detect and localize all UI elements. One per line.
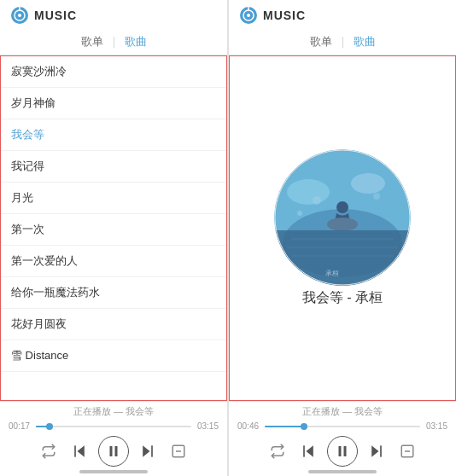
album-art: 承桓 xyxy=(274,149,411,289)
left-home-bar xyxy=(79,470,148,473)
svg-text:承桓: 承桓 xyxy=(325,270,339,277)
left-progress-track[interactable] xyxy=(36,426,191,427)
svg-marker-32 xyxy=(307,445,313,456)
svg-point-19 xyxy=(287,179,330,205)
right-home-indicator xyxy=(229,468,456,474)
left-tab-bar: 歌单 ｜ 歌曲 xyxy=(0,31,227,55)
right-song-title: 我会等 - 承桓 xyxy=(302,289,383,307)
right-album-area: 承桓 我会等 - 承桓 xyxy=(229,55,456,401)
left-progress-container[interactable]: 00:17 03:15 xyxy=(0,421,227,431)
left-prev-button[interactable] xyxy=(67,439,91,463)
svg-rect-5 xyxy=(74,445,76,456)
right-prev-button[interactable] xyxy=(296,439,320,463)
left-progress-thumb xyxy=(46,423,53,430)
svg-rect-7 xyxy=(115,446,118,456)
left-tab-playlist[interactable]: 歌单 xyxy=(76,34,108,49)
svg-rect-9 xyxy=(151,445,153,456)
right-tab-playlist[interactable]: 歌单 xyxy=(305,34,337,49)
right-panel: MUSIC 歌单 ｜ 歌曲 xyxy=(228,0,456,476)
left-now-playing: 正在播放 — 我会等 xyxy=(0,405,227,418)
song-list-item[interactable]: 雪 Distance xyxy=(1,340,226,372)
right-progress-track[interactable] xyxy=(265,426,420,427)
svg-rect-6 xyxy=(110,446,113,456)
song-list-item[interactable]: 花好月圆夜 xyxy=(1,309,226,340)
svg-marker-36 xyxy=(371,445,378,456)
right-home-bar xyxy=(308,470,377,473)
right-progress-fill xyxy=(265,426,304,427)
left-player-bar: 正在播放 — 我会等 00:17 03:15 xyxy=(0,401,227,476)
right-next-button[interactable] xyxy=(365,439,389,463)
left-controls xyxy=(0,434,227,468)
svg-point-27 xyxy=(313,196,321,205)
svg-rect-34 xyxy=(339,446,342,456)
left-play-pause-button[interactable] xyxy=(98,436,129,467)
song-list-item[interactable]: 岁月神偷 xyxy=(1,88,226,119)
right-player-bar: 正在播放 — 我会等 00:46 03:15 xyxy=(229,401,456,476)
svg-rect-33 xyxy=(303,445,305,456)
right-repeat-button[interactable] xyxy=(266,439,289,463)
svg-point-21 xyxy=(336,201,348,213)
svg-marker-4 xyxy=(78,445,85,456)
right-app-name: MUSIC xyxy=(263,9,306,22)
right-top-bar: MUSIC xyxy=(229,0,456,31)
svg-rect-35 xyxy=(344,446,347,456)
song-list-item[interactable]: 月光 xyxy=(1,183,226,214)
right-time-total: 03:15 xyxy=(424,421,447,431)
right-progress-container[interactable]: 00:46 03:15 xyxy=(229,421,456,431)
left-song-list[interactable]: 寂寞沙洲冷岁月神偷我会等我记得月光第一次第一次爱的人给你一瓶魔法药水花好月圆夜雪… xyxy=(0,55,227,401)
left-tab-songs[interactable]: 歌曲 xyxy=(120,34,152,49)
right-playlist-button[interactable] xyxy=(395,439,419,463)
left-home-indicator xyxy=(0,468,227,474)
svg-marker-8 xyxy=(143,445,149,456)
left-top-bar: MUSIC xyxy=(0,0,227,31)
song-list-item[interactable]: 第一次爱的人 xyxy=(1,246,226,277)
song-list-item[interactable]: 寂寞沙洲冷 xyxy=(1,56,226,88)
left-repeat-button[interactable] xyxy=(37,439,61,463)
left-panel: MUSIC 歌单 ｜ 歌曲 寂寞沙洲冷岁月神偷我会等我记得月光第一次第一次爱的人… xyxy=(0,0,228,476)
song-list-item[interactable]: 给你一瓶魔法药水 xyxy=(1,277,226,309)
left-playlist-button[interactable] xyxy=(167,439,190,463)
right-tab-bar: 歌单 ｜ 歌曲 xyxy=(229,31,456,55)
left-time-total: 03:15 xyxy=(195,421,219,431)
song-list-item[interactable]: 第一次 xyxy=(1,214,226,246)
right-time-current: 00:46 xyxy=(237,421,261,431)
left-logo-icon xyxy=(10,6,29,25)
song-list-item[interactable]: 我记得 xyxy=(1,151,226,183)
svg-point-22 xyxy=(327,218,358,231)
right-play-pause-button[interactable] xyxy=(327,436,358,467)
svg-point-28 xyxy=(373,193,380,200)
svg-point-14 xyxy=(247,14,250,17)
left-next-button[interactable] xyxy=(136,439,160,463)
right-now-playing: 正在播放 — 我会等 xyxy=(229,405,456,418)
left-app-name: MUSIC xyxy=(34,9,77,22)
left-time-current: 00:17 xyxy=(9,421,32,431)
svg-point-29 xyxy=(297,211,302,216)
left-progress-fill xyxy=(36,426,50,427)
svg-point-20 xyxy=(351,173,385,194)
svg-point-2 xyxy=(18,14,21,17)
right-tab-songs[interactable]: 歌曲 xyxy=(348,34,381,49)
svg-rect-37 xyxy=(380,445,382,456)
right-logo-icon xyxy=(239,6,258,25)
song-list-item[interactable]: 我会等 xyxy=(1,119,226,151)
right-progress-thumb xyxy=(301,423,307,430)
right-controls xyxy=(229,434,456,468)
